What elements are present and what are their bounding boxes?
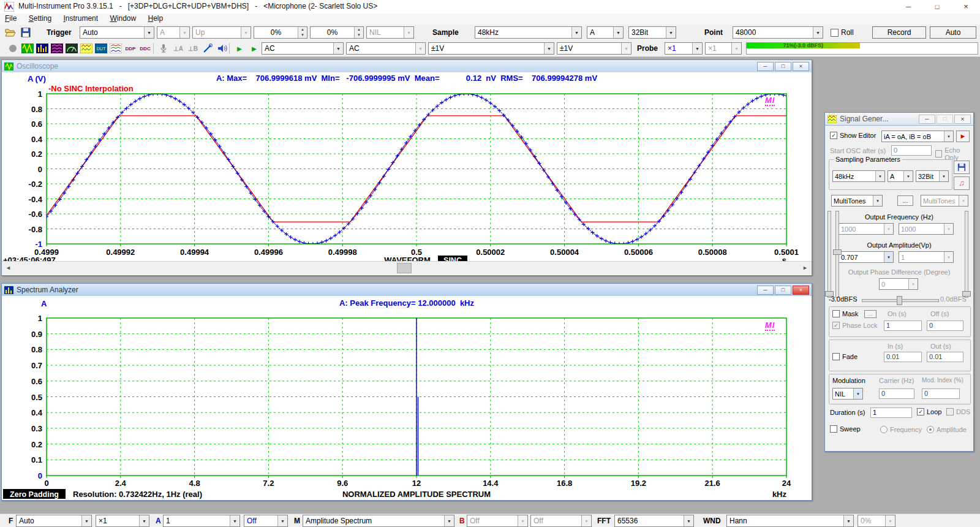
device-under-test-icon[interactable]: DUT xyxy=(94,42,108,55)
mod-index-field[interactable]: 0 xyxy=(922,389,960,399)
run-icon[interactable]: ► xyxy=(233,42,246,55)
run-secondary-icon[interactable]: ► xyxy=(247,42,261,55)
phase-lock-checkbox[interactable]: ✓Phase Lock xyxy=(832,322,877,329)
window-function-combo[interactable]: Hann▼ xyxy=(726,515,854,527)
app-minimize-button[interactable]: ─ xyxy=(894,0,922,13)
scope-horizontal-scrollbar[interactable]: ◄ ► xyxy=(2,261,812,275)
analysis-mode-combo[interactable]: Amplitude Spectrum▼ xyxy=(303,515,454,527)
trace-a-mode-combo[interactable]: Off▼ xyxy=(244,515,288,527)
spin-down-icon[interactable]: ▼ xyxy=(355,32,363,38)
dds-checkbox[interactable]: DDS xyxy=(946,408,970,415)
phase-combo[interactable]: 0▼ xyxy=(879,278,918,290)
sampling-bits-combo[interactable]: 32Bit▼ xyxy=(628,26,676,39)
siggen-channel-combo[interactable]: A▼ xyxy=(888,170,913,182)
menu-instrument[interactable]: Instrument xyxy=(58,13,103,23)
window-minimize-button[interactable]: ─ xyxy=(919,115,935,124)
frequency-b-combo[interactable]: 1000▼ xyxy=(899,223,954,235)
siggen-run-button[interactable]: ► xyxy=(956,131,970,142)
show-editor-checkbox[interactable]: ✓Show Editor xyxy=(830,132,876,139)
open-file-icon[interactable] xyxy=(5,28,16,37)
zoom-x-combo[interactable]: ×1▼ xyxy=(96,515,149,527)
roll-checkbox[interactable]: Roll xyxy=(831,28,854,37)
trigger-level-spinner[interactable]: 0%▲▼ xyxy=(254,26,307,39)
fft-size-combo[interactable]: 65536▼ xyxy=(614,515,694,527)
dbfs-slider[interactable] xyxy=(862,299,939,302)
spin-down-icon[interactable]: ▼ xyxy=(298,32,307,38)
waterfall-icon[interactable] xyxy=(50,42,64,55)
trace-b-combo[interactable]: Off▼ xyxy=(467,515,528,527)
amplitude-slider-right[interactable] xyxy=(965,211,968,298)
spectrum-chart[interactable]: 02.44.87.29.61214.416.819.221.62410.90.8… xyxy=(2,312,812,500)
auto-button[interactable]: Auto xyxy=(930,26,976,39)
sampling-channel-combo[interactable]: A▼ xyxy=(587,26,624,39)
amplitude-b-combo[interactable]: 1▼ xyxy=(899,251,954,263)
trigger-nil-combo[interactable]: NIL▼ xyxy=(366,26,414,39)
multimeter-icon[interactable] xyxy=(65,42,78,55)
sweep-checkbox[interactable]: Sweep xyxy=(830,425,861,433)
trace-b-mode-combo[interactable]: Off▼ xyxy=(530,515,592,527)
oscilloscope-icon[interactable] xyxy=(21,42,34,55)
menu-help[interactable]: Help xyxy=(143,13,168,23)
window-maximize-button[interactable]: □ xyxy=(937,115,953,124)
range-b-combo[interactable]: ±1V▼ xyxy=(557,42,631,55)
ddc-viewer-icon[interactable]: DDC xyxy=(138,42,152,55)
multitones-editor-button[interactable]: ... xyxy=(897,195,913,206)
carrier-field[interactable]: 0 xyxy=(879,389,914,399)
ground-b-icon[interactable]: ⊥B xyxy=(186,42,200,55)
spin-up-icon[interactable]: ▲ xyxy=(298,27,307,32)
coupling-b-combo[interactable]: AC▼ xyxy=(346,42,426,55)
microphone-icon[interactable] xyxy=(157,42,170,55)
spectrum-titlebar[interactable]: Spectrum Analyzer ─ □ × xyxy=(2,284,812,297)
routing-combo[interactable]: iA = oA, iB = oB▼ xyxy=(881,131,954,142)
siggen-music-button[interactable]: ♫ xyxy=(954,176,970,190)
hold-icon[interactable] xyxy=(6,42,20,55)
oscilloscope-chart[interactable]: 0.49990.499920.499940.499960.499980.50.5… xyxy=(2,86,812,264)
trace-a-combo[interactable]: 1▼ xyxy=(163,515,240,527)
window-minimize-button[interactable]: ─ xyxy=(757,286,774,295)
amplitude-slider-b-left[interactable] xyxy=(827,211,831,298)
scroll-left-icon[interactable]: ◄ xyxy=(3,263,13,273)
window-minimize-button[interactable]: ─ xyxy=(757,62,774,71)
trigger-delay-spinner[interactable]: 0%▲▼ xyxy=(310,26,364,39)
mask-on-field[interactable]: 1 xyxy=(884,320,922,331)
window-maximize-button[interactable]: □ xyxy=(775,286,791,295)
oscilloscope-titlebar[interactable]: Oscilloscope ─ □ × xyxy=(2,60,812,73)
menu-setting[interactable]: Setting xyxy=(24,13,56,23)
frequency-axis-combo[interactable]: Auto▼ xyxy=(16,515,92,527)
overlap-combo[interactable]: 0%▼ xyxy=(858,515,895,527)
sweep-frequency-radio[interactable] xyxy=(880,426,888,433)
window-close-button[interactable]: × xyxy=(954,115,971,124)
signal-generator-icon[interactable] xyxy=(80,42,93,55)
spin-up-icon[interactable]: ▲ xyxy=(355,27,363,32)
coupling-a-combo[interactable]: AC▼ xyxy=(262,42,344,55)
ddp-viewer-icon[interactable]: DDP xyxy=(124,42,137,55)
siggen-save-button[interactable] xyxy=(954,161,970,174)
amplitude-a-combo[interactable]: 0.707▼ xyxy=(839,251,894,263)
loop-checkbox[interactable]: ✓Loop xyxy=(917,408,941,415)
menu-window[interactable]: Window xyxy=(105,13,141,23)
waveform-a-combo[interactable]: MultiTones▼ xyxy=(831,195,883,207)
trigger-source-combo[interactable]: A▼ xyxy=(157,26,190,39)
siggen-titlebar[interactable]: Signal Gener... ─ □ × xyxy=(825,113,973,126)
scroll-thumb[interactable] xyxy=(397,263,412,273)
record-length-combo[interactable]: 48000▼ xyxy=(733,26,823,39)
mask-checkbox[interactable]: Mask xyxy=(832,310,858,317)
waveform-b-combo[interactable]: MultiTones▼ xyxy=(921,195,968,207)
app-titlebar[interactable]: Multi-Instrument Pro 3.9.15.1 - [+3DP+DL… xyxy=(0,0,980,14)
fade-out-field[interactable]: 0.01 xyxy=(927,352,963,362)
trigger-edge-combo[interactable]: Up▼ xyxy=(192,26,251,39)
probe-calibration-icon[interactable] xyxy=(201,42,214,55)
sound-output-icon[interactable] xyxy=(216,42,229,55)
fade-checkbox[interactable]: Fade xyxy=(832,353,858,360)
trigger-mode-combo[interactable]: Auto▼ xyxy=(80,26,154,39)
mask-off-field[interactable]: 0 xyxy=(927,320,963,331)
app-close-button[interactable]: × xyxy=(952,0,980,13)
sweep-amplitude-radio[interactable] xyxy=(927,426,934,433)
start-osc-field[interactable]: 0 xyxy=(891,145,932,156)
app-maximize-button[interactable]: □ xyxy=(923,0,951,13)
sampling-rate-combo[interactable]: 48kHz▼ xyxy=(475,26,582,39)
window-close-button[interactable]: × xyxy=(793,286,809,295)
probe-a-combo[interactable]: ×1▼ xyxy=(665,42,703,55)
menu-file[interactable]: File xyxy=(0,13,21,23)
mask-editor-button[interactable]: ... xyxy=(864,310,876,318)
